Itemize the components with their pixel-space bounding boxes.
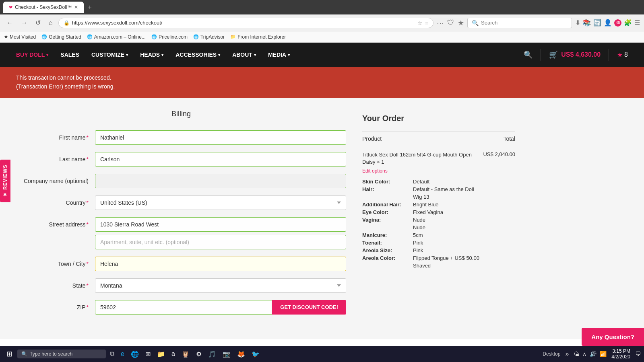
edit-options-link[interactable]: Edit options [362, 168, 515, 174]
show-desktop-icon[interactable]: » [565, 350, 569, 358]
eye-color-label: Eye Color: [362, 209, 411, 215]
browser-tab[interactable]: ❤ Checkout - SexySexDoll™ ✕ [3, 2, 84, 13]
taskbar-app2-icon[interactable]: 🎵 [206, 349, 219, 360]
bookmark-internet-explorer[interactable]: 📁 From Internet Explorer [230, 34, 286, 40]
forward-button[interactable]: → [19, 18, 30, 28]
order-product-row: Titfuck Sex Doll 162cm 5ft4 G-cup Mouth … [362, 151, 515, 166]
street-input-2[interactable] [95, 235, 346, 249]
nav-buy-doll[interactable]: BUY DOLL ▾ [16, 51, 48, 58]
discount-code-button[interactable]: GET DISCOUNT CODE! [272, 300, 346, 315]
taskbar-search-box[interactable]: 🔍 Type here to search [17, 350, 106, 358]
address-bar[interactable]: 🔒 https://www.sexysexdoll.com/checkout/ … [58, 18, 433, 28]
extension-icon-1[interactable]: ⋯ [437, 19, 444, 27]
country-select[interactable]: United States (US) [95, 195, 346, 210]
header-search-icon[interactable]: 🔍 [524, 50, 533, 59]
bookmark-amazon[interactable]: 🌐 Amazon.com – Online... [87, 34, 146, 40]
additional-hair-value: Bright Blue [413, 202, 439, 208]
desktop-label[interactable]: Desktop [543, 351, 560, 357]
home-button[interactable]: ⌂ [46, 18, 55, 28]
nav-media[interactable]: MEDIA ▾ [268, 51, 290, 58]
library-icon[interactable]: 📚 [583, 19, 591, 27]
stars-area[interactable]: ★ 8 [617, 51, 628, 59]
main-content: Billing First name* Last name* Company n… [0, 98, 644, 339]
taskbar-firefox-icon[interactable]: 🦊 [235, 349, 248, 360]
taskbar-camera-icon[interactable]: 📷 [220, 349, 233, 360]
tray-chevron-icon[interactable]: ∧ [582, 351, 586, 357]
company-input[interactable] [95, 174, 346, 188]
bookmark-most-visited[interactable]: ★ Most Visited [4, 34, 36, 40]
tab-favicon-icon: ❤ [9, 5, 12, 10]
tray-volume-icon[interactable]: 🔊 [590, 351, 597, 357]
amazon-icon: 🌐 [87, 34, 93, 39]
taskbar-edge-icon[interactable]: e [118, 349, 127, 359]
areola-size-label: Areola Size: [362, 247, 411, 253]
firstname-label: First name* [16, 130, 89, 141]
taskbar-app3-icon[interactable]: 🐦 [249, 349, 262, 360]
start-button[interactable]: ⊞ [3, 348, 16, 360]
extensions-icon[interactable]: 🧩 [624, 19, 632, 27]
detail-skin-color: Skin Color: Default [362, 179, 515, 185]
nav-accessories-label: ACCESSORIES [175, 51, 217, 58]
priceline-icon: 🌐 [151, 34, 157, 39]
sync-icon[interactable]: 🔄 [593, 19, 601, 27]
download-icon[interactable]: ⬇ [575, 19, 580, 27]
street-input[interactable] [95, 217, 346, 232]
additional-hair-label: Additional Hair: [362, 202, 411, 208]
extension-icon-2[interactable]: 🛡 [447, 19, 454, 27]
order-divider-mid [362, 147, 515, 147]
taskbar-mail-icon[interactable]: ✉ [143, 349, 153, 360]
reload-button[interactable]: ↺ [33, 17, 43, 28]
star-icon: ★ [617, 51, 623, 59]
search-icon: 🔍 [472, 20, 479, 26]
taskbar-tripadvisor-icon[interactable]: 🦉 [179, 349, 192, 360]
extension-icon-3[interactable]: ★ [458, 19, 464, 27]
lock-icon: 🔒 [64, 20, 70, 26]
tab-close-button[interactable]: ✕ [74, 4, 78, 10]
search-input[interactable] [481, 20, 568, 26]
profile-icon[interactable]: 👤 [604, 19, 612, 27]
bookmark-getting-started[interactable]: 🌐 Getting Started [41, 34, 81, 40]
bookmark-priceline[interactable]: 🌐 Priceline.com [151, 34, 188, 40]
nav-customize[interactable]: CUSTOMIZE ▾ [91, 51, 128, 58]
taskbar-amazon-icon[interactable]: a [169, 349, 178, 359]
state-select[interactable]: Montana [95, 278, 346, 293]
taskbar-task-view-icon[interactable]: ⧉ [107, 349, 117, 359]
areola-color-sub: Shaved [413, 263, 515, 269]
reviews-tab[interactable]: ★ REVIEWS [0, 160, 10, 202]
search-bar-area[interactable]: 🔍 [467, 18, 572, 28]
taskbar-folder-icon[interactable]: 📁 [155, 349, 167, 360]
bookmark-tripadvisor[interactable]: 🌐 TripAdvisor [193, 34, 225, 40]
new-tab-button[interactable]: + [86, 2, 93, 12]
nav-heads[interactable]: HEADS ▾ [140, 51, 163, 58]
firstname-input[interactable] [95, 130, 346, 145]
city-input[interactable] [95, 257, 346, 271]
form-row-company: Company name (optional) [16, 174, 346, 188]
areola-color-value: Flipped Tongue + US$ 50.00 [413, 255, 479, 261]
nav-about-label: ABOUT [232, 51, 252, 58]
nav-buy-doll-label: BUY DOLL [16, 51, 45, 58]
reader-view-icon[interactable]: ≡ [425, 20, 428, 26]
menu-icon[interactable]: ☰ [634, 19, 640, 27]
heads-chevron-icon: ▾ [161, 53, 163, 57]
any-question-button[interactable]: Any Question? [582, 328, 644, 346]
firstname-required: * [87, 134, 89, 141]
nav-media-label: MEDIA [268, 51, 286, 58]
accessories-chevron-icon: ▾ [218, 53, 220, 57]
lastname-input[interactable] [95, 152, 346, 167]
most-visited-icon: ★ [4, 34, 8, 39]
order-details: Skin Color: Default Hair: Default - Same… [362, 179, 515, 269]
taskbar-app1-icon[interactable]: ⚙ [194, 349, 204, 360]
taskbar-ie-icon[interactable]: 🌐 [128, 349, 141, 360]
zip-label: ZIP* [16, 300, 89, 311]
areola-size-value: Pink [413, 247, 423, 253]
nav-about[interactable]: ABOUT ▾ [232, 51, 256, 58]
detail-eye-color: Eye Color: Fixed Vagina [362, 209, 515, 215]
cart-area[interactable]: 🛒 US$ 4,630.00 [549, 50, 601, 59]
zip-input[interactable] [95, 300, 272, 315]
nav-sales[interactable]: SALES [60, 51, 79, 58]
back-button[interactable]: ← [4, 18, 15, 28]
tray-network-icon[interactable]: 📶 [600, 351, 607, 357]
nav-accessories[interactable]: ACCESSORIES ▾ [175, 51, 220, 58]
notification-center-icon[interactable]: 🗨 [635, 351, 641, 357]
bookmark-icon[interactable]: ☆ [417, 20, 423, 26]
